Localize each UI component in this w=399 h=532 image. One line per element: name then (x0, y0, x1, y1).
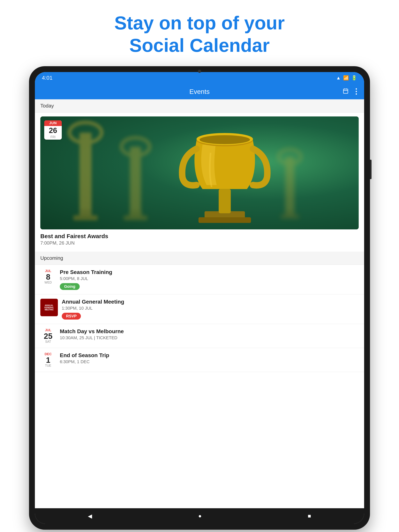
preseason-weekday: WED (40, 281, 56, 284)
today-weekday: FRI (44, 135, 62, 140)
list-item[interactable]: ANNUAL GENERAL MEETING Annual General Me… (35, 294, 364, 324)
app-bar: Events ⋮ (35, 84, 364, 99)
signal-icon: 📶 (343, 75, 349, 81)
featured-event-info: Best and Fairest Awards 7:00PM, 26 JUN (40, 229, 359, 248)
featured-event-time: 7:00PM, 26 JUN (40, 240, 359, 246)
agm-text-meeting: MEETING (45, 309, 54, 311)
svg-rect-13 (199, 217, 251, 223)
recents-button[interactable]: ■ (302, 511, 317, 521)
today-day: 26 (44, 126, 62, 135)
rsvp-tag[interactable]: RSVP (62, 313, 81, 320)
preseason-title: Pre Season Training (60, 269, 359, 275)
eos-details: End of Season Trip 6:30PM, 1 DEC (60, 352, 359, 366)
matchday-title: Match Day vs Melbourne (60, 328, 359, 335)
today-section-header: Today (35, 99, 364, 113)
page-headline: Stay on top of your Social Calendar (114, 12, 285, 57)
list-item[interactable]: DEC 1 TUE End of Season Trip 6:30PM, 1 D… (35, 348, 364, 372)
eos-month: DEC (40, 352, 56, 356)
app-bar-actions: ⋮ (343, 87, 360, 96)
home-icon: ● (198, 513, 202, 519)
matchday-weekday: SAT (40, 340, 56, 343)
app-bar-title: Events (189, 88, 210, 95)
wifi-icon: ▲ (336, 75, 341, 81)
svg-rect-4 (79, 133, 91, 213)
eos-day: 1 (40, 356, 56, 364)
featured-event[interactable]: JUN 26 FRI (35, 113, 364, 252)
svg-rect-14 (219, 189, 231, 213)
today-date-badge: JUN 26 FRI (44, 120, 62, 140)
svg-rect-7 (73, 215, 98, 221)
list-item[interactable]: JUL 8 WED Pre Season Training 5:00PM, 8 … (35, 265, 364, 294)
more-options-icon[interactable]: ⋮ (353, 87, 360, 96)
status-time: 4:01 (42, 75, 53, 81)
headline-line2: Social Calendar (129, 35, 270, 56)
going-tag[interactable]: Going (60, 283, 80, 290)
today-label: Today (40, 103, 54, 109)
calendar-icon[interactable] (343, 88, 348, 95)
event-date-eos: DEC 1 TUE (40, 352, 56, 367)
headline-line1: Stay on top of your (114, 13, 285, 33)
svg-point-17 (200, 135, 250, 144)
eos-weekday: TUE (40, 364, 56, 367)
status-icons: ▲ 📶 🔋 (336, 75, 357, 81)
upcoming-section: Upcoming JUL 8 WED Pre Season Training 5… (35, 252, 364, 508)
battery-icon: 🔋 (351, 75, 357, 81)
svg-rect-0 (343, 89, 348, 94)
matchday-details: Match Day vs Melbourne 10:30AM, 25 JUL |… (60, 328, 359, 342)
recents-icon: ■ (308, 513, 311, 519)
agm-title: Annual General Meeting (62, 299, 359, 305)
back-icon: ◀ (88, 513, 92, 519)
preseason-details: Pre Season Training 5:00PM, 8 JUL Going (60, 269, 359, 290)
tablet-frame: 4:01 ▲ 📶 🔋 Events ⋮ (29, 66, 370, 530)
featured-event-title: Best and Fairest Awards (40, 233, 359, 240)
back-button[interactable]: ◀ (82, 511, 98, 521)
agm-text-general: GENERAL (45, 306, 54, 309)
nav-bar: ◀ ● ■ (35, 508, 364, 524)
upcoming-label: Upcoming (40, 255, 63, 261)
agm-time: 1:30PM, 10 JUL (62, 306, 359, 311)
eos-time: 6:30PM, 1 DEC (60, 359, 359, 364)
eos-title: End of Season Trip (60, 352, 359, 359)
screen-content: Today JUN 26 FRI (35, 99, 364, 508)
list-item[interactable]: JUL 25 SAT Match Day vs Melbourne 10:30A… (35, 324, 364, 348)
tablet-screen: 4:01 ▲ 📶 🔋 Events ⋮ (35, 72, 364, 524)
status-bar: 4:01 ▲ 📶 🔋 (35, 72, 364, 84)
agm-details: Annual General Meeting 1:30PM, 10 JUL RS… (62, 299, 359, 320)
preseason-day: 8 (40, 273, 56, 281)
today-month: JUN (44, 120, 62, 126)
agm-thumbnail: ANNUAL GENERAL MEETING (40, 299, 58, 316)
matchday-month: JUL (40, 328, 56, 332)
preseason-time: 5:00PM, 8 JUL (60, 276, 359, 281)
event-date-preseason: JUL 8 WED (40, 269, 56, 284)
preseason-month: JUL (40, 269, 56, 273)
agm-text-annual: ANNUAL (45, 304, 53, 306)
svg-rect-21 (281, 215, 299, 219)
event-image: JUN 26 FRI (40, 116, 359, 229)
matchday-time: 10:30AM, 25 JUL | TICKETED (60, 335, 359, 340)
event-date-matchday: JUL 25 SAT (40, 328, 56, 343)
svg-rect-11 (124, 216, 147, 220)
upcoming-section-header: Upcoming (35, 252, 364, 265)
matchday-day: 25 (40, 332, 56, 340)
trophy-svg (40, 116, 359, 229)
home-button[interactable]: ● (193, 511, 207, 521)
